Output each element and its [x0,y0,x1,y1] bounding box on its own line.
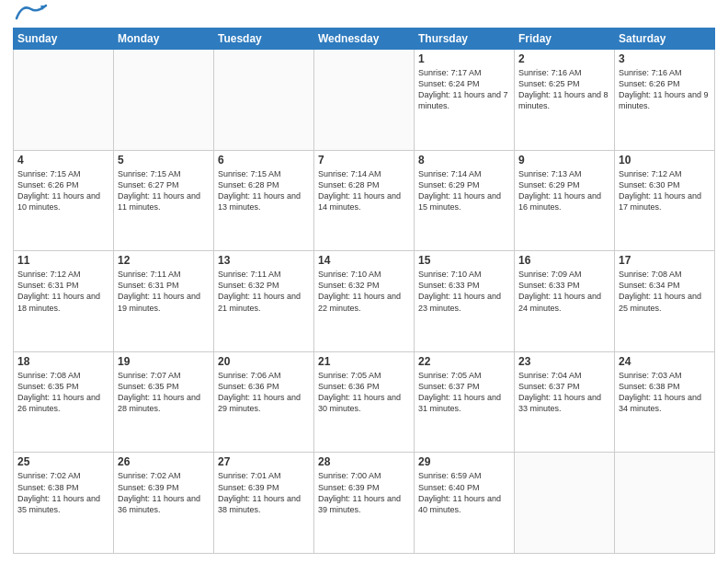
day-info: Sunrise: 7:15 AM Sunset: 6:27 PM Dayligh… [118,168,210,213]
day-info: Sunrise: 7:00 AM Sunset: 6:39 PM Dayligh… [318,470,410,515]
calendar-cell [515,453,615,554]
calendar-header-row: SundayMondayTuesdayWednesdayThursdayFrid… [14,29,715,50]
day-info: Sunrise: 7:07 AM Sunset: 6:35 PM Dayligh… [118,370,210,415]
day-number: 28 [318,455,410,468]
calendar-cell: 12Sunrise: 7:11 AM Sunset: 6:31 PM Dayli… [114,251,214,352]
calendar-week-row: 1Sunrise: 7:17 AM Sunset: 6:24 PM Daylig… [14,50,715,151]
calendar-cell [314,50,415,151]
calendar-cell: 21Sunrise: 7:05 AM Sunset: 6:36 PM Dayli… [314,351,415,453]
day-number: 21 [318,355,410,368]
day-number: 4 [17,154,109,167]
day-info: Sunrise: 7:10 AM Sunset: 6:33 PM Dayligh… [418,269,510,314]
day-info: Sunrise: 7:15 AM Sunset: 6:28 PM Dayligh… [218,168,310,213]
day-info: Sunrise: 7:12 AM Sunset: 6:30 PM Dayligh… [619,168,711,213]
day-number: 15 [418,254,510,267]
calendar-cell: 3Sunrise: 7:16 AM Sunset: 6:26 PM Daylig… [615,50,715,151]
calendar-week-row: 25Sunrise: 7:02 AM Sunset: 6:38 PM Dayli… [14,453,715,554]
calendar-cell: 22Sunrise: 7:05 AM Sunset: 6:37 PM Dayli… [415,351,515,453]
day-info: Sunrise: 7:11 AM Sunset: 6:32 PM Dayligh… [218,269,310,314]
day-info: Sunrise: 7:16 AM Sunset: 6:26 PM Dayligh… [619,67,711,112]
day-number: 1 [418,52,510,65]
calendar-cell: 27Sunrise: 7:01 AM Sunset: 6:39 PM Dayli… [214,453,314,554]
calendar-cell [214,50,314,151]
day-info: Sunrise: 7:05 AM Sunset: 6:37 PM Dayligh… [418,370,510,415]
calendar-header-thursday: Thursday [415,29,515,50]
day-info: Sunrise: 7:12 AM Sunset: 6:31 PM Dayligh… [17,269,109,314]
calendar-cell [114,50,214,151]
day-info: Sunrise: 6:59 AM Sunset: 6:40 PM Dayligh… [418,470,510,515]
calendar-header-tuesday: Tuesday [214,29,314,50]
calendar-cell: 28Sunrise: 7:00 AM Sunset: 6:39 PM Dayli… [314,453,415,554]
calendar-cell: 14Sunrise: 7:10 AM Sunset: 6:32 PM Dayli… [314,251,415,352]
calendar-cell: 6Sunrise: 7:15 AM Sunset: 6:28 PM Daylig… [214,150,314,251]
logo-bird-icon [15,2,48,22]
day-info: Sunrise: 7:02 AM Sunset: 6:39 PM Dayligh… [118,470,210,515]
calendar-cell: 8Sunrise: 7:14 AM Sunset: 6:29 PM Daylig… [415,150,515,251]
calendar-cell: 20Sunrise: 7:06 AM Sunset: 6:36 PM Dayli… [214,351,314,453]
calendar-cell: 19Sunrise: 7:07 AM Sunset: 6:35 PM Dayli… [114,351,214,453]
day-number: 19 [118,355,210,368]
calendar-cell: 7Sunrise: 7:14 AM Sunset: 6:28 PM Daylig… [314,150,415,251]
day-number: 29 [418,455,510,468]
day-number: 7 [318,154,410,167]
calendar-header-wednesday: Wednesday [314,29,415,50]
logo [13,9,48,22]
calendar-cell: 26Sunrise: 7:02 AM Sunset: 6:39 PM Dayli… [114,453,214,554]
calendar-cell [615,453,715,554]
day-info: Sunrise: 7:06 AM Sunset: 6:36 PM Dayligh… [218,370,310,415]
calendar-cell: 4Sunrise: 7:15 AM Sunset: 6:26 PM Daylig… [14,150,114,251]
calendar-cell: 9Sunrise: 7:13 AM Sunset: 6:29 PM Daylig… [515,150,615,251]
day-number: 3 [619,52,711,65]
calendar-week-row: 4Sunrise: 7:15 AM Sunset: 6:26 PM Daylig… [14,150,715,251]
page: SundayMondayTuesdayWednesdayThursdayFrid… [0,0,728,563]
day-number: 10 [619,154,711,167]
day-info: Sunrise: 7:05 AM Sunset: 6:36 PM Dayligh… [318,370,410,415]
day-info: Sunrise: 7:14 AM Sunset: 6:28 PM Dayligh… [318,168,410,213]
day-number: 14 [318,254,410,267]
calendar-header-sunday: Sunday [14,29,114,50]
calendar-week-row: 11Sunrise: 7:12 AM Sunset: 6:31 PM Dayli… [14,251,715,352]
day-number: 13 [218,254,310,267]
calendar-cell: 11Sunrise: 7:12 AM Sunset: 6:31 PM Dayli… [14,251,114,352]
day-info: Sunrise: 7:13 AM Sunset: 6:29 PM Dayligh… [518,168,610,213]
calendar-week-row: 18Sunrise: 7:08 AM Sunset: 6:35 PM Dayli… [14,351,715,453]
day-number: 16 [518,254,610,267]
calendar-header-friday: Friday [515,29,615,50]
day-info: Sunrise: 7:11 AM Sunset: 6:31 PM Dayligh… [118,269,210,314]
day-info: Sunrise: 7:16 AM Sunset: 6:25 PM Dayligh… [518,67,610,112]
day-number: 6 [218,154,310,167]
calendar-cell [14,50,114,151]
calendar-cell: 10Sunrise: 7:12 AM Sunset: 6:30 PM Dayli… [615,150,715,251]
day-info: Sunrise: 7:14 AM Sunset: 6:29 PM Dayligh… [418,168,510,213]
calendar-header-monday: Monday [114,29,214,50]
day-info: Sunrise: 7:10 AM Sunset: 6:32 PM Dayligh… [318,269,410,314]
day-number: 5 [118,154,210,167]
day-number: 25 [17,455,109,468]
day-number: 23 [518,355,610,368]
day-info: Sunrise: 7:09 AM Sunset: 6:33 PM Dayligh… [518,269,610,314]
day-number: 27 [218,455,310,468]
day-info: Sunrise: 7:08 AM Sunset: 6:35 PM Dayligh… [17,370,109,415]
day-number: 24 [619,355,711,368]
calendar-cell: 15Sunrise: 7:10 AM Sunset: 6:33 PM Dayli… [415,251,515,352]
day-info: Sunrise: 7:01 AM Sunset: 6:39 PM Dayligh… [218,470,310,515]
day-number: 17 [619,254,711,267]
calendar-table: SundayMondayTuesdayWednesdayThursdayFrid… [13,28,715,554]
day-number: 20 [218,355,310,368]
day-number: 22 [418,355,510,368]
day-info: Sunrise: 7:08 AM Sunset: 6:34 PM Dayligh… [619,269,711,314]
day-number: 8 [418,154,510,167]
calendar-cell: 24Sunrise: 7:03 AM Sunset: 6:38 PM Dayli… [615,351,715,453]
day-number: 18 [17,355,109,368]
day-info: Sunrise: 7:15 AM Sunset: 6:26 PM Dayligh… [17,168,109,213]
day-info: Sunrise: 7:03 AM Sunset: 6:38 PM Dayligh… [619,370,711,415]
day-number: 26 [118,455,210,468]
day-info: Sunrise: 7:02 AM Sunset: 6:38 PM Dayligh… [17,470,109,515]
calendar-cell: 1Sunrise: 7:17 AM Sunset: 6:24 PM Daylig… [415,50,515,151]
calendar-cell: 5Sunrise: 7:15 AM Sunset: 6:27 PM Daylig… [114,150,214,251]
day-number: 9 [518,154,610,167]
calendar-cell: 29Sunrise: 6:59 AM Sunset: 6:40 PM Dayli… [415,453,515,554]
calendar-header-saturday: Saturday [615,29,715,50]
calendar-cell: 25Sunrise: 7:02 AM Sunset: 6:38 PM Dayli… [14,453,114,554]
calendar-cell: 2Sunrise: 7:16 AM Sunset: 6:25 PM Daylig… [515,50,615,151]
